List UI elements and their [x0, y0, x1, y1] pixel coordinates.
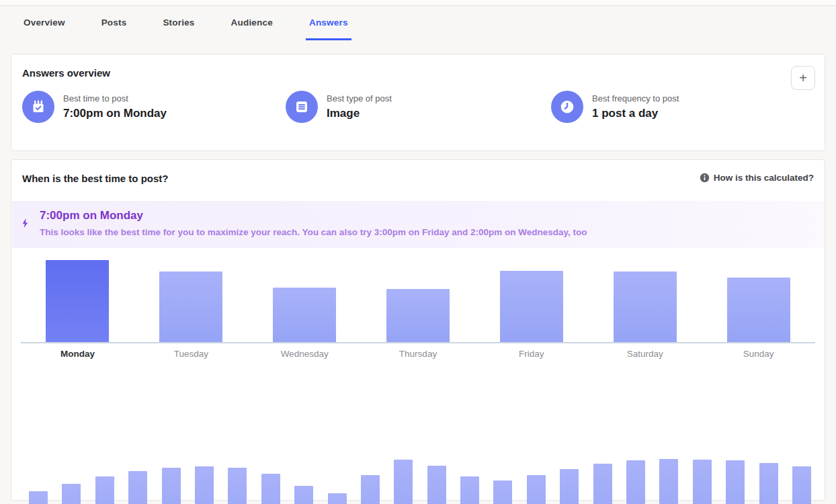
tab-answers[interactable]: Answers — [306, 6, 351, 40]
day-label-tuesday: Tuesday — [134, 349, 248, 359]
hour-bar-10 — [361, 475, 380, 504]
metric-best-frequency-to-post: Best frequency to post1 post a day — [551, 91, 679, 123]
post-document-icon — [286, 91, 318, 123]
metric-value: 1 post a day — [592, 107, 679, 120]
hour-bar-14 — [493, 480, 512, 504]
day-column-sunday — [702, 260, 815, 342]
day-label-monday: Monday — [21, 349, 134, 359]
tab-overview[interactable]: Overview — [20, 6, 69, 40]
best-time-card: When is the best time to post? How is th… — [11, 159, 825, 501]
hour-bar-0 — [29, 491, 48, 504]
best-hour-chart: Monday3am6am9am12pm3pm6pmAmerica/Chicago — [11, 459, 825, 504]
day-bar-wednesday — [273, 288, 336, 342]
hour-bar-4 — [162, 468, 181, 504]
calendar-check-icon — [22, 91, 54, 123]
best-day-chart: MondayTuesdayWednesdayThursdayFridaySatu… — [11, 260, 825, 359]
hour-bar-3 — [128, 471, 147, 504]
tab-stories[interactable]: Stories — [159, 6, 198, 40]
add-button[interactable]: + — [791, 66, 815, 90]
overview-card-title: Answers overview — [11, 54, 825, 79]
metric-label: Best type of post — [327, 93, 392, 103]
top-divider — [0, 0, 836, 6]
callout-description: This looks like the best time for you to… — [40, 227, 587, 237]
hour-bar-21 — [726, 460, 745, 504]
day-label-sunday: Sunday — [702, 349, 815, 359]
day-bar-friday — [500, 271, 563, 342]
metric-label: Best time to post — [63, 93, 167, 103]
hour-bar-7 — [261, 474, 280, 504]
day-bar-sunday — [727, 278, 790, 342]
hour-bar-13 — [460, 476, 479, 504]
day-bar-tuesday — [159, 271, 222, 342]
day-labels-row: MondayTuesdayWednesdayThursdayFridaySatu… — [21, 349, 815, 359]
analytics-page: OverviewPostsStoriesAudienceAnswers Answ… — [0, 0, 836, 501]
hour-bar-1 — [62, 484, 81, 504]
tab-audience[interactable]: Audience — [228, 6, 276, 40]
metric-value: 7:00pm on Monday — [63, 107, 167, 120]
metrics-row: Best time to post7:00pm on MondayBest ty… — [11, 91, 825, 123]
clock-icon — [551, 91, 583, 123]
day-column-monday — [21, 260, 134, 342]
hour-bar-19 — [659, 459, 678, 504]
day-column-thursday — [362, 260, 475, 342]
day-label-friday: Friday — [474, 349, 588, 359]
hour-bar-8 — [294, 486, 313, 504]
day-label-saturday: Saturday — [588, 349, 702, 359]
day-axis-line — [21, 342, 815, 343]
hour-bar-22 — [759, 463, 778, 504]
callout-text: 7:00pm on Monday This looks like the bes… — [40, 209, 587, 237]
hour-bar-18 — [626, 460, 645, 504]
day-label-thursday: Thursday — [362, 349, 475, 359]
how-calculated-label: How is this calculated? — [714, 173, 814, 183]
answers-overview-card: Answers overview + Best time to post7:00… — [11, 54, 825, 151]
hour-bar-12 — [427, 466, 446, 504]
hour-bar-16 — [560, 469, 579, 504]
tab-bar: OverviewPostsStoriesAudienceAnswers — [0, 6, 836, 40]
tab-posts[interactable]: Posts — [98, 6, 130, 40]
best-time-card-title: When is the best time to post? — [22, 173, 169, 184]
lightning-icon — [20, 216, 31, 233]
callout-title: 7:00pm on Monday — [40, 209, 587, 222]
hour-bar-5 — [195, 466, 214, 504]
hour-bars-row — [29, 459, 811, 504]
day-column-tuesday — [134, 260, 248, 342]
hour-bar-15 — [527, 475, 546, 504]
hour-bar-20 — [693, 460, 712, 504]
best-time-callout: 7:00pm on Monday This looks like the bes… — [12, 201, 824, 248]
hour-bar-23 — [792, 466, 811, 504]
hour-bar-6 — [228, 468, 247, 504]
day-column-wednesday — [248, 260, 362, 342]
hour-bar-11 — [394, 460, 413, 504]
hour-bar-2 — [95, 476, 114, 504]
hour-bar-17 — [593, 464, 612, 504]
info-icon — [700, 173, 710, 183]
how-calculated-link[interactable]: How is this calculated? — [700, 173, 814, 183]
day-column-friday — [474, 260, 588, 342]
day-column-saturday — [588, 260, 702, 342]
day-bars-row — [21, 260, 815, 342]
metric-label: Best frequency to post — [592, 93, 679, 103]
day-bar-monday — [46, 260, 109, 342]
metric-best-time-to-post: Best time to post7:00pm on Monday — [22, 91, 167, 123]
metric-value: Image — [327, 107, 392, 120]
plus-icon: + — [799, 71, 807, 86]
best-time-card-header: When is the best time to post? How is th… — [11, 160, 825, 184]
metric-best-type-of-post: Best type of postImage — [286, 91, 392, 123]
day-bar-saturday — [614, 271, 677, 342]
hour-bar-9 — [328, 493, 347, 504]
day-bar-thursday — [386, 289, 450, 342]
day-label-wednesday: Wednesday — [248, 349, 362, 359]
